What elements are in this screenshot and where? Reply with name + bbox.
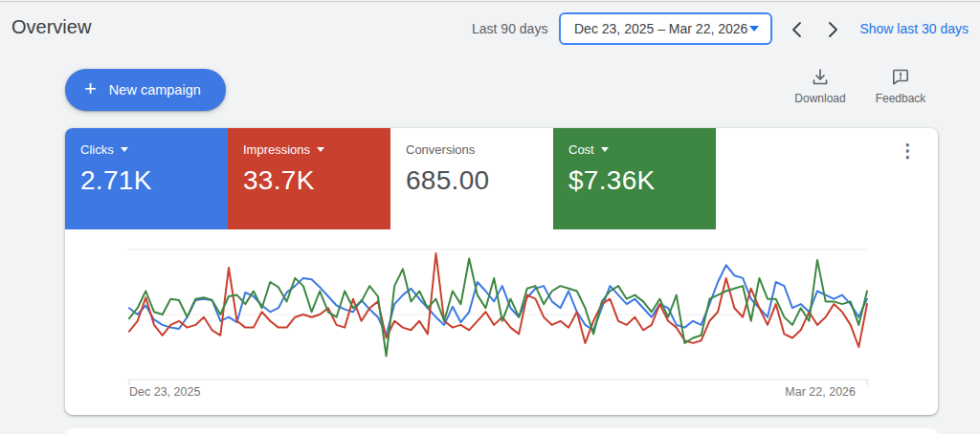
new-campaign-button[interactable]: + New campaign <box>65 69 226 111</box>
scorecard-cost[interactable]: Cost $7.36K <box>553 128 716 229</box>
date-range-value: Dec 23, 2025 – Mar 22, 2026 <box>574 21 747 36</box>
page-title: Overview <box>11 16 91 38</box>
overview-card: Clicks 2.71K Impressions 33.7K Conversio… <box>65 128 938 415</box>
feedback-icon <box>891 68 910 86</box>
chevron-left-icon <box>791 21 802 38</box>
kebab-icon: ⋮ <box>899 141 917 161</box>
caret-down-icon <box>317 147 324 152</box>
series-line-cost <box>129 259 867 357</box>
caret-down-icon <box>601 147 609 152</box>
feedback-label: Feedback <box>876 92 926 105</box>
overview-chart <box>127 244 869 389</box>
feedback-button[interactable]: Feedback <box>866 68 935 105</box>
scorecard-conversions-value: 685.00 <box>406 165 553 196</box>
scorecard-impressions-value: 33.7K <box>243 165 390 196</box>
scorecard-row: Clicks 2.71K Impressions 33.7K Conversio… <box>65 128 938 229</box>
show-last-30-days-link[interactable]: Show last 30 days <box>859 21 969 36</box>
chevron-right-icon <box>828 21 838 38</box>
caret-down-icon <box>749 26 759 32</box>
next-period-button[interactable] <box>820 17 845 42</box>
scorecard-conversions[interactable]: Conversions 685.00 <box>390 128 553 229</box>
top-divider <box>0 1 980 2</box>
next-card-partial <box>65 428 938 434</box>
plus-icon: + <box>84 78 97 99</box>
x-axis-end-label: Mar 22, 2026 <box>785 385 856 399</box>
new-campaign-label: New campaign <box>109 82 201 98</box>
scorecard-clicks[interactable]: Clicks 2.71K <box>65 128 228 229</box>
previous-period-button[interactable] <box>784 17 809 42</box>
scorecard-clicks-value: 2.71K <box>80 165 228 196</box>
card-overflow-menu-button[interactable]: ⋮ <box>899 141 917 162</box>
scorecard-impressions-label: Impressions <box>243 142 310 157</box>
caret-down-icon <box>121 147 128 152</box>
scorecard-cost-value: $7.36K <box>568 165 716 196</box>
download-button[interactable]: Download <box>786 68 855 105</box>
scorecard-cost-label: Cost <box>568 142 594 157</box>
x-axis-start-label: Dec 23, 2025 <box>129 385 200 399</box>
scorecard-clicks-label: Clicks <box>80 142 114 157</box>
download-label: Download <box>794 92 845 105</box>
scorecard-conversions-label: Conversions <box>406 142 475 157</box>
download-icon <box>811 68 830 86</box>
date-range-preset-label: Last 90 days <box>472 21 547 36</box>
date-range-selector[interactable]: Dec 23, 2025 – Mar 22, 2026 <box>559 12 772 45</box>
chart-series-group <box>129 253 867 356</box>
scorecard-impressions[interactable]: Impressions 33.7K <box>228 128 390 229</box>
